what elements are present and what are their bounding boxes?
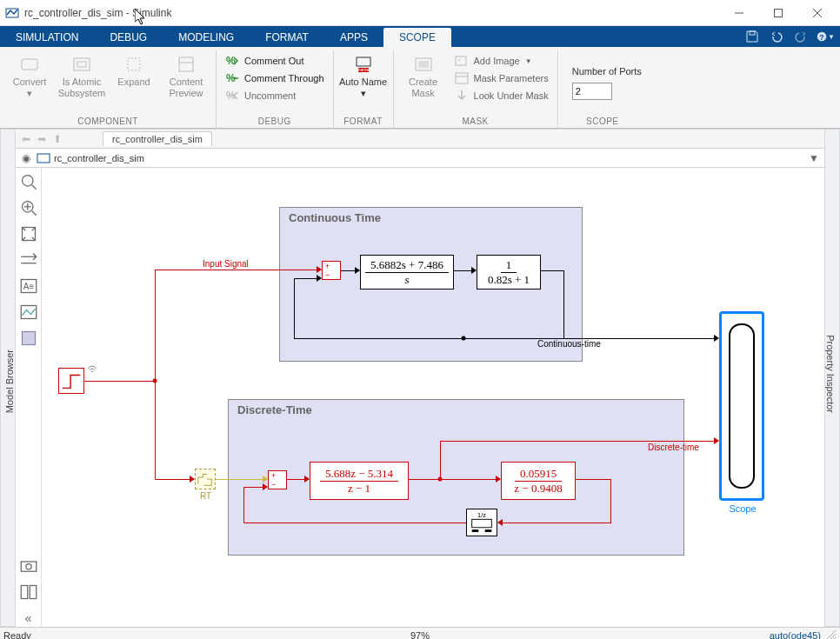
svg-rect-41 <box>21 562 37 571</box>
property-inspector-dock[interactable]: Property Inspector <box>824 129 840 627</box>
zoom-icon[interactable] <box>20 199 37 216</box>
tab-simulation[interactable]: SIMULATION <box>0 28 94 47</box>
status-solver[interactable]: auto(ode45) <box>770 630 821 640</box>
svg-rect-25 <box>456 73 468 83</box>
area-icon[interactable] <box>20 329 37 347</box>
ct-out-label: Continuous-time <box>537 339 601 349</box>
canvas[interactable]: Continuous Time Discrete-Time <box>42 168 824 627</box>
nav-back-icon[interactable]: ⬅ <box>19 132 33 146</box>
svg-rect-43 <box>21 586 28 599</box>
svg-rect-9 <box>74 58 90 70</box>
redo-icon[interactable] <box>791 27 810 46</box>
tab-debug[interactable]: DEBUG <box>94 28 163 47</box>
tf-ct-controller[interactable]: 5.6882s + 7.486s <box>360 255 454 290</box>
minimize-button[interactable] <box>719 0 758 26</box>
svg-rect-2 <box>774 9 782 17</box>
property-inspector-label: Property Inspector <box>825 336 836 414</box>
group-scope-caption: SCOPE <box>563 115 642 126</box>
toolstrip-tabs: SIMULATION DEBUG MODELING FORMAT APPS SC… <box>0 26 840 47</box>
svg-rect-8 <box>22 59 37 70</box>
svg-rect-23 <box>456 57 466 65</box>
resize-grip-icon[interactable] <box>824 629 837 640</box>
group-debug: % Comment Out % Comment Through % Uncomm… <box>217 50 334 128</box>
tf-ct-plant[interactable]: 10.82s + 1 <box>477 255 541 290</box>
scope-block[interactable] <box>719 311 764 501</box>
scope-display <box>729 323 755 489</box>
fit-icon[interactable] <box>20 225 37 243</box>
snapshot-icon[interactable] <box>20 557 37 575</box>
model-icon <box>37 151 50 165</box>
discrete-title: Discrete-Time <box>237 403 312 416</box>
group-component-caption: COMPONENT <box>5 115 210 126</box>
model-path[interactable]: rc_controller_dis_sim <box>54 153 144 163</box>
toggle-sample-time-icon[interactable] <box>20 251 37 269</box>
tab-modeling[interactable]: MODELING <box>163 28 250 47</box>
annotation-icon[interactable]: A≡ <box>20 277 37 295</box>
look-under-icon <box>455 89 469 103</box>
expand-button: Expand <box>110 50 158 115</box>
svg-point-42 <box>25 564 30 569</box>
status-zoom[interactable]: 97% <box>410 630 430 640</box>
auto-name-button[interactable]: name Auto Name ▾ <box>339 50 388 115</box>
sum-block-dt[interactable]: +− <box>268 470 287 489</box>
help-icon[interactable]: ? ▼ <box>816 27 835 46</box>
status-ready: Ready <box>3 630 31 640</box>
tab-format[interactable]: FORMAT <box>250 28 324 47</box>
dt-out-label: Discrete-time <box>648 443 699 452</box>
close-button[interactable] <box>797 0 837 26</box>
undo-icon[interactable] <box>767 27 786 46</box>
model-browser-dock[interactable]: Model Browser <box>0 129 16 627</box>
rate-transition-block[interactable] <box>195 469 216 489</box>
convert-label: Convert <box>13 77 47 87</box>
uncomment-label: Uncomment <box>244 90 296 101</box>
nav-up-icon[interactable]: ⬆ <box>50 132 64 146</box>
model-tab[interactable]: rc_controller_dis_sim <box>103 131 212 146</box>
atomic-label: Is Atomic Subsystem <box>57 77 106 99</box>
svg-rect-18 <box>357 57 370 66</box>
comment-through-label: Comment Through <box>244 73 324 83</box>
add-image-icon <box>455 54 469 68</box>
sum-block-ct[interactable]: +− <box>322 261 341 280</box>
content-preview-label: Content Preview <box>162 77 210 99</box>
comment-through-button[interactable]: % Comment Through <box>222 70 328 87</box>
tf-dt-controller[interactable]: 5.688z − 5.314z − 1 <box>310 462 409 500</box>
nav-fwd-icon[interactable]: ➡ <box>35 132 49 146</box>
palette: A≡ « <box>16 168 42 627</box>
wifi-icon <box>87 365 97 376</box>
window-controls <box>719 0 837 26</box>
group-format-caption: FORMAT <box>339 115 388 126</box>
title-bar: rc_controller_dis_sim - Simulink <box>0 0 840 26</box>
comment-out-icon: % <box>225 54 239 68</box>
svg-rect-46 <box>472 519 492 527</box>
scope-label: Scope <box>725 503 760 514</box>
maximize-button[interactable] <box>758 0 797 26</box>
image-icon[interactable] <box>20 303 37 321</box>
comment-out-label: Comment Out <box>244 56 303 66</box>
model-data-editor-icon[interactable] <box>20 583 37 601</box>
create-mask-label: Create Mask <box>399 77 448 99</box>
comment-out-button[interactable]: % Comment Out <box>222 52 328 70</box>
group-mask-caption: MASK <box>399 115 552 126</box>
discrete-time-area[interactable]: Discrete-Time <box>228 399 684 556</box>
svg-rect-22 <box>418 61 429 68</box>
step-block[interactable] <box>58 368 84 394</box>
memory-block[interactable]: 1/z <box>466 509 497 536</box>
add-image-button: Add Image ▼ <box>451 52 552 70</box>
save-icon[interactable] <box>743 27 762 46</box>
hierarchy-icon[interactable]: ◉ <box>19 151 33 165</box>
content-preview-button: Content Preview <box>162 50 210 115</box>
tab-apps[interactable]: APPS <box>324 28 383 47</box>
continuous-title: Continuous Time <box>289 211 381 224</box>
svg-rect-12 <box>179 57 193 71</box>
tab-scope[interactable]: SCOPE <box>383 28 451 47</box>
auto-name-icon: name <box>353 54 374 75</box>
tf-dt-plant[interactable]: 0.05915z − 0.9408 <box>501 462 576 500</box>
mask-params-label: Mask Parameters <box>474 73 549 83</box>
convert-button: Convert▾ <box>5 50 54 115</box>
explorer-bar: ⬅ ➡ ⬆ rc_controller_dis_sim <box>16 130 824 149</box>
path-dropdown-icon[interactable]: ▼ <box>809 152 824 164</box>
svg-point-28 <box>22 176 33 187</box>
num-ports-input[interactable] <box>572 83 612 100</box>
collapse-icon[interactable]: « <box>20 609 37 627</box>
fit-to-view-icon[interactable] <box>20 173 37 190</box>
